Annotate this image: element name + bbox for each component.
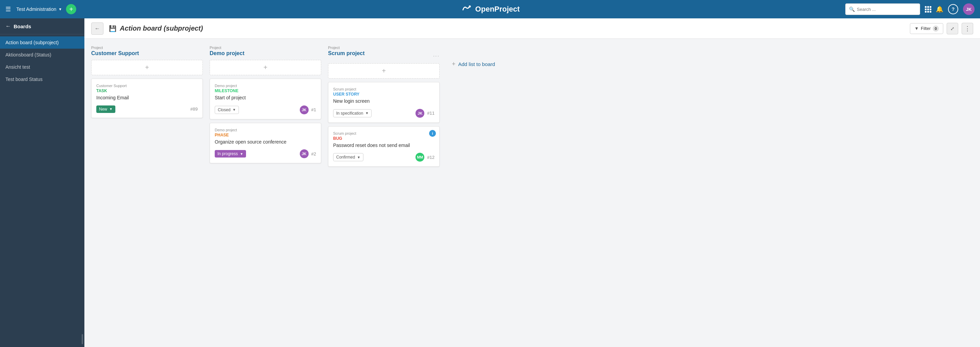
card-project-label: Scrum project [333, 131, 434, 135]
card-title: New login screen [333, 98, 434, 105]
status-label: In progress [218, 151, 238, 156]
search-box[interactable]: 🔍 [845, 3, 920, 15]
card-footer-right: JK #1 [300, 105, 316, 114]
main-layout: ← Boards Action board (subproject) Aktio… [0, 18, 980, 347]
chevron-down-icon: ▼ [365, 111, 369, 115]
plus-icon: + [452, 60, 456, 68]
chevron-down-icon: ▼ [240, 152, 243, 156]
save-icon: 💾 [109, 25, 116, 32]
search-icon: 🔍 [849, 6, 855, 12]
sidebar-resize-handle[interactable] [0, 331, 84, 347]
sidebar-item-aktionsboard[interactable]: Aktionsboard (Status) [0, 49, 84, 61]
card-id: #89 [190, 107, 198, 111]
add-list-button[interactable]: + Add list to board [447, 58, 501, 70]
filter-label: Filter [921, 26, 931, 31]
column-header-customer-support: Project Customer Support [91, 46, 203, 56]
status-badge[interactable]: In specification ▼ [333, 109, 372, 117]
column-header-row-scrum: Project Scrum project ··· [328, 46, 440, 60]
resize-handle[interactable] [82, 334, 83, 344]
card-project-label: Demo project [215, 84, 316, 88]
status-badge[interactable]: New ▼ [96, 105, 115, 113]
status-label: In specification [336, 111, 363, 116]
add-list-label: Add list to board [458, 61, 495, 67]
card-title: Start of project [215, 95, 316, 101]
card-type: BUG [333, 136, 434, 141]
info-icon[interactable]: i [429, 130, 436, 137]
status-badge[interactable]: Confirmed ▼ [333, 153, 363, 161]
column-header-scrum-project: Project Scrum project [328, 46, 365, 56]
card-12: i Scrum project BUG Password reset does … [328, 126, 440, 167]
avatar[interactable]: JK [963, 3, 975, 15]
card-footer: New ▼ #89 [96, 105, 198, 113]
page-title: Action board (subproject) [120, 24, 203, 32]
card-footer: In specification ▼ JK #11 [333, 109, 434, 118]
card-title: Password reset does not send email [333, 142, 434, 149]
card-footer-right: JK #2 [300, 150, 316, 158]
search-input[interactable] [857, 7, 916, 12]
card-type: PHASE [215, 133, 316, 137]
add-card-button-customer-support[interactable]: + [91, 60, 203, 75]
filter-button[interactable]: ▼ Filter 0 [910, 23, 943, 34]
card-title: Organize open source conference [215, 139, 316, 146]
column-title-scrum-project: Scrum project [328, 50, 365, 56]
column-label-customer-support: Project [91, 46, 203, 50]
card-project-label: Demo project [215, 128, 316, 132]
project-name: Test Administration [16, 6, 56, 12]
card-type: TASK [96, 88, 198, 93]
board-area: Project Customer Support + Customer Supp… [84, 39, 980, 347]
back-button[interactable]: ← [91, 22, 103, 35]
chevron-down-icon: ▼ [109, 107, 113, 111]
add-project-button[interactable]: + [66, 4, 76, 14]
top-navigation: ☰ Test Administration ▼ + OpenProject 🔍 … [0, 0, 980, 18]
header-right: ▼ Filter 0 ⤢ ⋮ [910, 23, 973, 34]
sidebar-back-button[interactable]: ← Boards [0, 18, 84, 34]
card-footer-right: JK #11 [415, 109, 434, 118]
card-id: #1 [311, 107, 316, 112]
card-id: #12 [427, 155, 434, 160]
bell-icon[interactable]: 🔔 [936, 5, 943, 13]
project-selector[interactable]: Test Administration ▼ [16, 6, 62, 12]
svg-point-1 [469, 5, 471, 8]
help-button[interactable]: ? [948, 4, 958, 14]
topnav-right-section: 🔍 🔔 ? JK [845, 3, 975, 15]
column-scrum-project: Project Scrum project ··· + Scrum projec… [328, 46, 440, 170]
card-type: MILESTONE [215, 88, 316, 93]
expand-button[interactable]: ⤢ [947, 23, 958, 34]
card-type: USER STORY [333, 92, 434, 97]
column-label-demo-project: Project [210, 46, 321, 50]
page-header: ← 💾 Action board (subproject) ▼ Filter 0… [84, 18, 980, 39]
column-title-customer-support: Customer Support [91, 50, 203, 56]
columns-container: Project Customer Support + Customer Supp… [91, 46, 501, 340]
sidebar-item-action-board[interactable]: Action board (subproject) [0, 37, 84, 49]
chevron-down-icon: ▼ [232, 108, 236, 111]
sidebar-item-ansicht-test[interactable]: Ansicht test [0, 61, 84, 73]
card-project-label: Customer Support [96, 84, 198, 88]
status-label: Closed [218, 108, 231, 112]
hamburger-menu-icon[interactable]: ☰ [5, 5, 11, 13]
card-avatar: MM [415, 153, 424, 162]
card-footer-right: MM #12 [415, 153, 434, 162]
add-card-button-scrum-project[interactable]: + [328, 63, 440, 79]
column-header-demo-project: Project Demo project [210, 46, 321, 56]
sidebar-section-title: Boards [14, 24, 31, 29]
grid-menu-icon[interactable] [925, 6, 931, 13]
sidebar: ← Boards Action board (subproject) Aktio… [0, 18, 84, 347]
add-card-button-demo-project[interactable]: + [210, 60, 321, 75]
sidebar-item-test-board-status[interactable]: Test board Status [0, 73, 84, 85]
card-footer: In progress ▼ JK #2 [215, 150, 316, 158]
back-arrow-icon: ← [5, 23, 11, 29]
card-id: #2 [311, 151, 316, 156]
status-badge[interactable]: Closed ▼ [215, 106, 239, 114]
card-avatar: JK [300, 105, 309, 114]
more-options-button[interactable]: ⋮ [962, 23, 973, 34]
card-avatar: JK [415, 109, 424, 118]
status-badge[interactable]: In progress ▼ [215, 150, 246, 158]
main-content: ← 💾 Action board (subproject) ▼ Filter 0… [84, 18, 980, 347]
status-label: New [99, 107, 107, 111]
card-footer: Confirmed ▼ MM #12 [333, 153, 434, 162]
card-11: Scrum project USER STORY New login scree… [328, 82, 440, 123]
sidebar-nav: Action board (subproject) Aktionsboard (… [0, 34, 84, 85]
card-title: Incoming Email [96, 95, 198, 101]
column-more-options-icon[interactable]: ··· [433, 53, 440, 60]
status-label: Confirmed [336, 155, 355, 159]
